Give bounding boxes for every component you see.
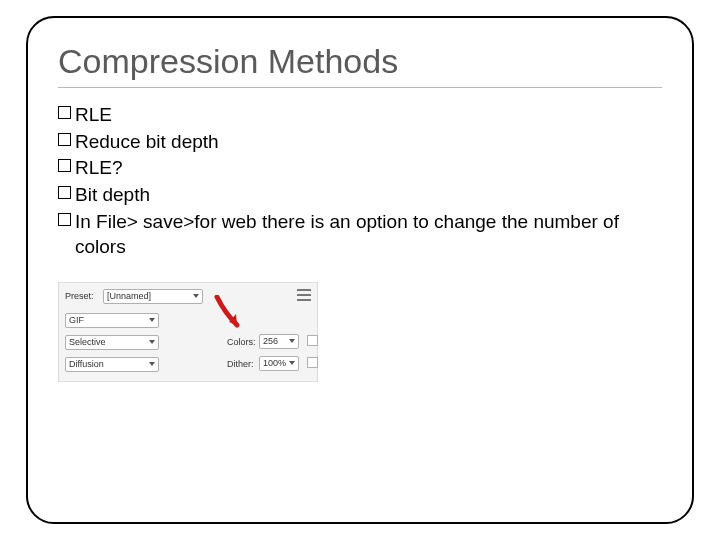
colors-label: Colors:: [227, 337, 256, 347]
dither-label: Dither:: [227, 359, 254, 369]
slide-title: Compression Methods: [58, 42, 662, 81]
bullet-item: In File> save>for web there is an option…: [58, 209, 662, 260]
dither-type-value: Diffusion: [69, 359, 104, 369]
bullet-item: RLE: [58, 102, 662, 128]
reduction-row: Selective: [65, 335, 159, 350]
bullet-item: RLE?: [58, 155, 662, 181]
bullet-text: Bit depth: [75, 182, 150, 208]
chevron-down-icon: [149, 318, 155, 322]
preset-dropdown[interactable]: [Unnamed]: [103, 289, 203, 304]
dither-type-dropdown[interactable]: Diffusion: [65, 357, 159, 372]
bullet-text: Reduce bit depth: [75, 129, 219, 155]
chevron-down-icon: [193, 294, 199, 298]
colors-swatch[interactable]: [307, 335, 318, 346]
chevron-down-icon: [289, 339, 295, 343]
dither-swatch[interactable]: [307, 357, 318, 368]
format-row: GIF: [65, 313, 159, 328]
colors-field[interactable]: 256: [259, 334, 299, 349]
reduction-value: Selective: [69, 337, 106, 347]
square-bullet-icon: [58, 159, 71, 172]
title-underline: [58, 87, 662, 88]
preset-value: [Unnamed]: [107, 291, 151, 301]
dither-row: Diffusion: [65, 357, 159, 372]
flyout-menu-icon[interactable]: [297, 289, 311, 301]
bullet-list: RLE Reduce bit depth RLE? Bit depth In F…: [58, 102, 662, 260]
square-bullet-icon: [58, 213, 71, 226]
save-for-web-screenshot: Preset: [Unnamed] GIF Selective Diffusio…: [58, 282, 318, 382]
dither-value: 100%: [263, 358, 286, 368]
colors-value: 256: [263, 336, 278, 346]
bullet-item: Reduce bit depth: [58, 129, 662, 155]
bullet-text: RLE?: [75, 155, 123, 181]
chevron-down-icon: [149, 340, 155, 344]
preset-row: Preset: [Unnamed]: [65, 289, 203, 304]
format-dropdown[interactable]: GIF: [65, 313, 159, 328]
chevron-down-icon: [149, 362, 155, 366]
bullet-text: In File> save>for web there is an option…: [75, 209, 662, 260]
square-bullet-icon: [58, 133, 71, 146]
chevron-down-icon: [289, 361, 295, 365]
reduction-dropdown[interactable]: Selective: [65, 335, 159, 350]
slide-frame: Compression Methods RLE Reduce bit depth…: [26, 16, 694, 524]
square-bullet-icon: [58, 106, 71, 119]
bullet-text: RLE: [75, 102, 112, 128]
bullet-item: Bit depth: [58, 182, 662, 208]
dither-field[interactable]: 100%: [259, 356, 299, 371]
preset-label: Preset:: [65, 291, 99, 301]
format-value: GIF: [69, 315, 84, 325]
red-arrow-annotation: [211, 295, 247, 331]
square-bullet-icon: [58, 186, 71, 199]
